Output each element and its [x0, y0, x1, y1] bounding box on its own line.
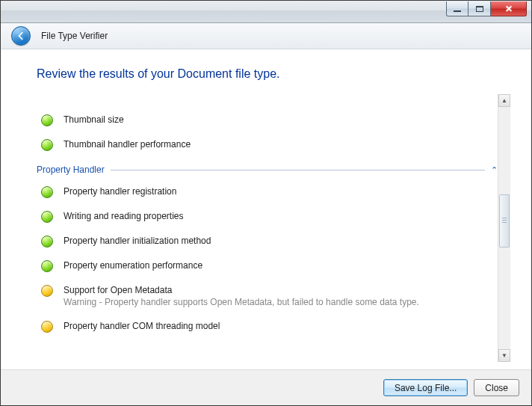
maximize-icon	[476, 6, 483, 12]
minimize-button[interactable]	[446, 1, 468, 16]
result-label: Property handler registration	[64, 185, 176, 197]
result-item: Thumbnail handler performance	[37, 132, 498, 157]
result-label: Thumbnail size	[64, 114, 124, 126]
window-controls: ✕	[446, 1, 527, 16]
status-warn-icon	[41, 321, 53, 333]
navbar: File Type Verifier	[1, 23, 531, 49]
minimize-icon	[454, 10, 461, 12]
window-close-button[interactable]: ✕	[491, 1, 527, 16]
result-label: Writing and reading properties	[64, 210, 184, 222]
result-sublabel: Warning - Property handler supports Open…	[64, 296, 419, 308]
close-icon: ✕	[505, 4, 513, 14]
results-container: Thumbnail size Thumbnail handler perform…	[37, 94, 510, 362]
result-item: Property enumeration performance	[37, 253, 498, 278]
content-area: Review the results of your Document file…	[1, 49, 531, 369]
chevron-up-icon: ⌃	[491, 165, 498, 175]
status-pass-icon	[41, 260, 53, 272]
result-label: Thumbnail handler performance	[64, 138, 191, 150]
status-pass-icon	[41, 236, 53, 247]
result-item: Property handler initialization method	[37, 229, 498, 253]
scroll-up-button[interactable]: ▲	[498, 94, 510, 107]
app-title: File Type Verifier	[41, 31, 108, 41]
vertical-scrollbar[interactable]: ▲ ▼	[498, 94, 510, 362]
result-text: Support for Open Metadata Warning - Prop…	[64, 284, 419, 308]
scrollbar-thumb[interactable]	[499, 194, 510, 247]
result-item: Thumbnail size	[37, 108, 498, 132]
titlebar: ✕	[1, 1, 531, 23]
status-pass-icon	[41, 139, 53, 151]
scroll-down-button[interactable]: ▼	[498, 349, 510, 362]
status-warn-icon	[41, 285, 53, 297]
footer: Save Log File... Close	[1, 369, 531, 405]
close-button[interactable]: Close	[474, 379, 519, 396]
result-item: Writing and reading properties	[37, 204, 498, 229]
scrollbar-track[interactable]	[498, 107, 510, 349]
results-list: Thumbnail size Thumbnail handler perform…	[37, 94, 498, 362]
result-item: Property handler registration	[37, 179, 498, 204]
section-header-property-handler[interactable]: Property Handler ⌃	[37, 157, 498, 179]
result-label: Property handler COM threading model	[64, 320, 220, 332]
status-pass-icon	[41, 114, 53, 126]
app-window: ✕ File Type Verifier Review the results …	[0, 0, 532, 406]
page-heading: Review the results of your Document file…	[37, 67, 510, 81]
maximize-button[interactable]	[468, 1, 491, 16]
arrow-left-icon	[16, 31, 26, 41]
section-title: Property Handler	[37, 164, 105, 175]
result-item: Property handler COM threading model	[37, 314, 498, 339]
back-button[interactable]	[11, 26, 31, 46]
result-label: Property handler initialization method	[64, 235, 211, 247]
result-label: Property enumeration performance	[64, 259, 202, 271]
result-label: Support for Open Metadata	[64, 284, 419, 296]
save-log-button[interactable]: Save Log File...	[383, 379, 468, 396]
section-divider	[111, 170, 485, 170]
status-pass-icon	[41, 211, 53, 223]
result-item: Support for Open Metadata Warning - Prop…	[37, 278, 498, 314]
status-pass-icon	[41, 186, 53, 198]
